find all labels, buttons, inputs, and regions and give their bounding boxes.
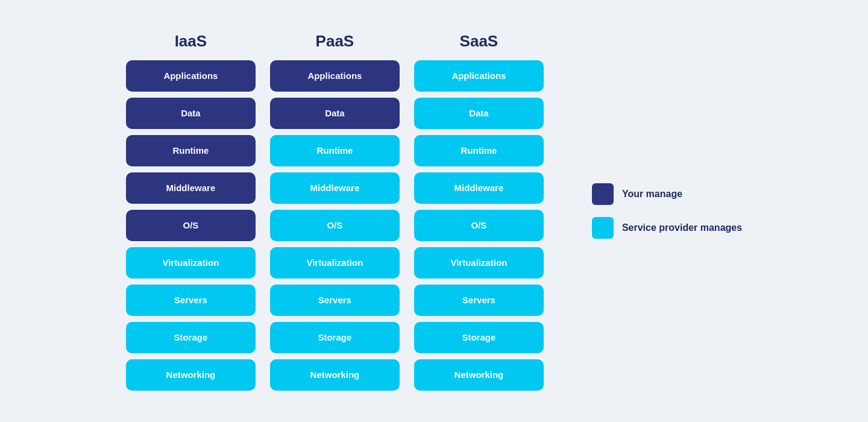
column-title-saas: SaaS bbox=[460, 32, 498, 51]
tile-saas-applications: Applications bbox=[414, 60, 544, 92]
legend-label-light: Service provider manages bbox=[622, 222, 742, 233]
columns-wrapper: IaaSApplicationsDataRuntimeMiddlewareO/S… bbox=[126, 32, 544, 391]
tile-saas-networking: Networking bbox=[414, 359, 544, 391]
tile-iaas-virtualization: Virtualization bbox=[126, 247, 256, 279]
legend-item-light: Service provider manages bbox=[592, 217, 742, 239]
tile-saas-storage: Storage bbox=[414, 322, 544, 353]
tile-iaas-servers: Servers bbox=[126, 285, 256, 316]
tile-saas-servers: Servers bbox=[414, 285, 544, 316]
legend-swatch-light bbox=[592, 217, 614, 239]
tile-paas-networking: Networking bbox=[270, 359, 400, 391]
tile-iaas-data: Data bbox=[126, 98, 256, 129]
tile-saas-runtime: Runtime bbox=[414, 135, 544, 166]
tile-iaas-storage: Storage bbox=[126, 322, 256, 353]
column-saas: SaaSApplicationsDataRuntimeMiddlewareO/S… bbox=[414, 32, 544, 391]
legend-swatch-dark bbox=[592, 183, 614, 205]
tile-paas-applications: Applications bbox=[270, 60, 400, 92]
main-container: IaaSApplicationsDataRuntimeMiddlewareO/S… bbox=[126, 32, 742, 391]
tile-paas-storage: Storage bbox=[270, 322, 400, 353]
tile-paas-servers: Servers bbox=[270, 285, 400, 316]
stack-saas: ApplicationsDataRuntimeMiddlewareO/SVirt… bbox=[414, 60, 544, 391]
tile-paas-data: Data bbox=[270, 98, 400, 129]
column-iaas: IaaSApplicationsDataRuntimeMiddlewareO/S… bbox=[126, 32, 256, 391]
tile-iaas-os: O/S bbox=[126, 210, 256, 241]
tile-paas-virtualization: Virtualization bbox=[270, 247, 400, 279]
tile-saas-os: O/S bbox=[414, 210, 544, 241]
stack-iaas: ApplicationsDataRuntimeMiddlewareO/SVirt… bbox=[126, 60, 256, 391]
column-paas: PaaSApplicationsDataRuntimeMiddlewareO/S… bbox=[270, 32, 400, 391]
stack-paas: ApplicationsDataRuntimeMiddlewareO/SVirt… bbox=[270, 60, 400, 391]
tile-paas-runtime: Runtime bbox=[270, 135, 400, 166]
tile-saas-data: Data bbox=[414, 98, 544, 129]
tile-paas-middleware: Middleware bbox=[270, 172, 400, 204]
tile-iaas-middleware: Middleware bbox=[126, 172, 256, 204]
column-title-paas: PaaS bbox=[316, 32, 354, 51]
column-title-iaas: IaaS bbox=[175, 32, 207, 51]
tile-saas-virtualization: Virtualization bbox=[414, 247, 544, 279]
tile-saas-middleware: Middleware bbox=[414, 172, 544, 204]
tile-iaas-runtime: Runtime bbox=[126, 135, 256, 166]
legend-item-dark: Your manage bbox=[592, 183, 742, 205]
tile-paas-os: O/S bbox=[270, 210, 400, 241]
tile-iaas-applications: Applications bbox=[126, 60, 256, 92]
tile-iaas-networking: Networking bbox=[126, 359, 256, 391]
legend-label-dark: Your manage bbox=[622, 189, 682, 200]
legend: Your manageService provider manages bbox=[592, 183, 742, 239]
